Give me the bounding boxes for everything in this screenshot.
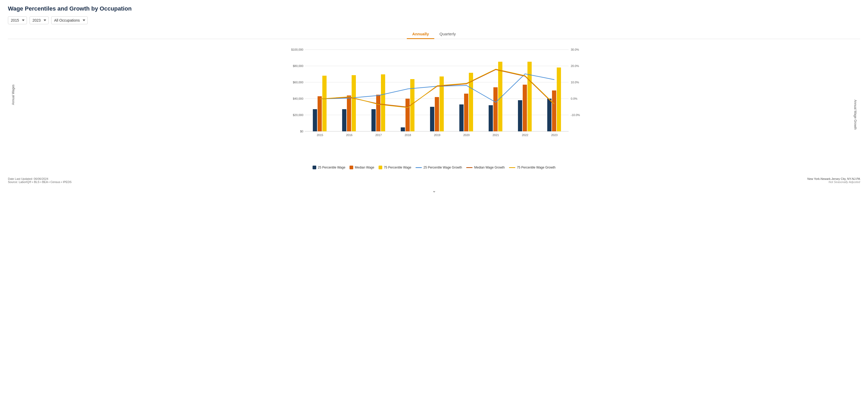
- svg-text:0.0%: 0.0%: [571, 97, 577, 100]
- legend-box-p75: [378, 166, 382, 169]
- bar-2022-p25: [518, 100, 522, 131]
- bar-2021-median: [493, 87, 498, 131]
- chart-area: $100,000 $80,000 $60,000 $40,000 $20,000…: [29, 47, 839, 147]
- bar-2018-p25: [401, 127, 405, 131]
- svg-text:$60,000: $60,000: [293, 81, 303, 84]
- bar-2016-p25: [342, 109, 346, 131]
- svg-text:2015: 2015: [317, 133, 323, 137]
- occupation-select[interactable]: All OccupationsManagementHealthcareTechn…: [51, 17, 88, 24]
- legend-p75-wage: 75 Percentile Wage: [378, 166, 411, 169]
- legend-box-median: [349, 166, 353, 169]
- bar-2021-p25: [489, 105, 493, 131]
- chart-container: Annual Wages Annual Wage Growth $100,000…: [8, 42, 860, 163]
- svg-text:2018: 2018: [405, 133, 411, 137]
- bar-2017-p25: [371, 109, 376, 131]
- bar-2023-p25: [547, 99, 552, 131]
- bar-2022-median: [523, 85, 527, 131]
- y-axis-left-label: Annual Wages: [11, 100, 15, 105]
- controls-bar: 20152014201320122010 2023202220212020 Al…: [8, 17, 860, 24]
- bar-2018-median: [405, 99, 410, 131]
- footer: Date Last Updated: 06/06/2024 Source: La…: [8, 177, 860, 184]
- bar-2020-p25: [459, 104, 464, 131]
- expand-button[interactable]: ⌄: [8, 188, 860, 194]
- tabs-container: Annually Quarterly: [8, 30, 860, 39]
- legend-median-wage: Median Wage: [349, 166, 374, 169]
- legend-line-p25-growth: [415, 167, 422, 168]
- year-end-select[interactable]: 2023202220212020: [30, 17, 49, 24]
- legend-label-p25: 25 Percentile Wage: [318, 166, 345, 169]
- bar-2015-p25: [313, 109, 317, 131]
- svg-text:30.0%: 30.0%: [571, 48, 579, 51]
- bar-2023-p75: [557, 67, 561, 131]
- legend-box-p25: [313, 166, 316, 169]
- page-title: Wage Percentiles and Growth by Occupatio…: [8, 5, 860, 12]
- legend: 25 Percentile Wage Median Wage 75 Percen…: [8, 166, 860, 169]
- svg-text:-10.0%: -10.0%: [571, 113, 580, 117]
- tab-annually[interactable]: Annually: [407, 30, 434, 39]
- legend-p75-growth: 75 Percentile Wage Growth: [509, 166, 555, 169]
- legend-label-p75: 75 Percentile Wage: [384, 166, 411, 169]
- svg-text:2019: 2019: [434, 133, 440, 137]
- y-axis-right-label: Annual Wage Growth: [854, 100, 857, 105]
- bar-2019-median: [435, 97, 439, 131]
- svg-text:$0: $0: [300, 130, 303, 133]
- date-updated: Date Last Updated: 06/06/2024: [8, 177, 71, 180]
- legend-label-p25-growth: 25 Percentile Wage Growth: [424, 166, 462, 169]
- bar-2015-median: [317, 96, 322, 131]
- footer-right: New York-Newark-Jersey City, NY-NJ-PA No…: [807, 177, 860, 184]
- svg-text:$40,000: $40,000: [293, 97, 303, 100]
- svg-text:$20,000: $20,000: [293, 113, 303, 117]
- svg-text:$80,000: $80,000: [293, 64, 303, 67]
- legend-label-median: Median Wage: [355, 166, 374, 169]
- legend-label-median-growth: Median Wage Growth: [474, 166, 505, 169]
- svg-text:2023: 2023: [551, 133, 558, 137]
- footer-left: Date Last Updated: 06/06/2024 Source: La…: [8, 177, 71, 184]
- year-start-select[interactable]: 20152014201320122010: [8, 17, 27, 24]
- bar-2017-p75: [381, 74, 385, 131]
- bar-2020-median: [464, 94, 468, 131]
- bar-2022-p75: [527, 62, 532, 131]
- bar-2015-p75: [322, 76, 327, 131]
- region: New York-Newark-Jersey City, NY-NJ-PA: [807, 177, 860, 180]
- bar-2016-p75: [352, 75, 356, 131]
- svg-text:10.0%: 10.0%: [571, 81, 579, 84]
- svg-text:$100,000: $100,000: [291, 48, 303, 51]
- legend-label-p75-growth: 75 Percentile Wage Growth: [517, 166, 555, 169]
- svg-text:2022: 2022: [522, 133, 528, 137]
- tab-quarterly[interactable]: Quarterly: [434, 30, 461, 39]
- seasonality-note: Not Seasonally Adjusted: [807, 180, 860, 184]
- bar-2019-p75: [439, 76, 444, 131]
- bar-2017-median: [376, 95, 380, 131]
- bar-2016-median: [347, 95, 351, 131]
- legend-line-median-growth: [466, 167, 472, 168]
- svg-text:2016: 2016: [346, 133, 352, 137]
- svg-text:2020: 2020: [463, 133, 470, 137]
- source: Source: LaborIQ® • BLS • BEA • Census • …: [8, 180, 71, 184]
- chart-svg: $100,000 $80,000 $60,000 $40,000 $20,000…: [29, 47, 839, 147]
- bar-2023-median: [552, 91, 556, 131]
- legend-p25-growth: 25 Percentile Wage Growth: [415, 166, 462, 169]
- svg-text:20.0%: 20.0%: [571, 64, 579, 67]
- legend-line-p75-growth: [509, 167, 515, 168]
- bar-2019-p25: [430, 107, 434, 131]
- legend-p25-wage: 25 Percentile Wage: [313, 166, 345, 169]
- svg-text:2017: 2017: [375, 133, 382, 137]
- legend-median-growth: Median Wage Growth: [466, 166, 505, 169]
- svg-text:2021: 2021: [493, 133, 499, 137]
